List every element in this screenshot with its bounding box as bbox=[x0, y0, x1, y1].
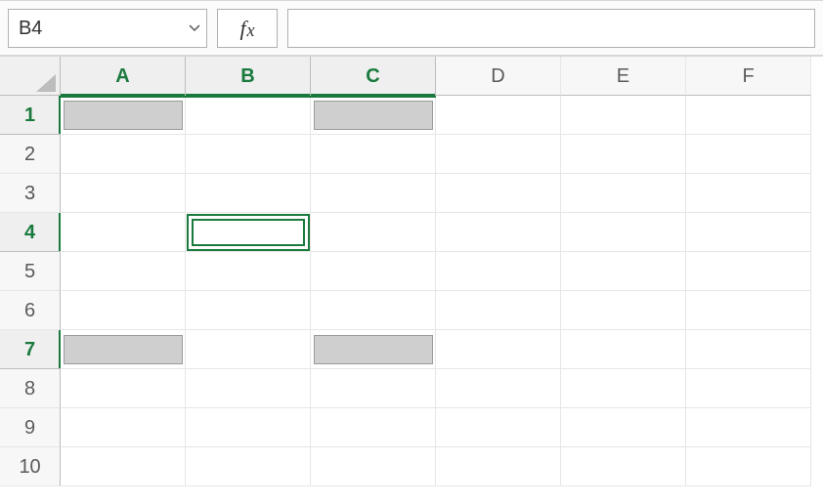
col-header-D[interactable]: D bbox=[436, 57, 561, 96]
spreadsheet-grid: 1 2 3 4 5 6 7 8 9 10 A B C D E F bbox=[0, 57, 823, 504]
cell-F2[interactable] bbox=[686, 135, 811, 174]
name-box[interactable] bbox=[8, 9, 207, 48]
cell-C10[interactable] bbox=[311, 447, 436, 486]
cell-C8[interactable] bbox=[311, 369, 436, 408]
cell-D6[interactable] bbox=[436, 291, 561, 330]
cell-E7[interactable] bbox=[561, 330, 686, 369]
cell-E4[interactable] bbox=[561, 213, 686, 252]
cell-D2[interactable] bbox=[436, 135, 561, 174]
cell-E6[interactable] bbox=[561, 291, 686, 330]
row-header-3[interactable]: 3 bbox=[0, 174, 61, 213]
col-header-B[interactable]: B bbox=[186, 57, 311, 96]
cell-F3[interactable] bbox=[686, 174, 811, 213]
row-header-7[interactable]: 7 bbox=[0, 330, 61, 369]
cell-E10[interactable] bbox=[561, 447, 686, 486]
cell-A7[interactable] bbox=[61, 330, 186, 369]
row-label: 3 bbox=[24, 182, 35, 204]
col-label: F bbox=[742, 64, 754, 87]
cell-F7[interactable] bbox=[686, 330, 811, 369]
row-label: 1 bbox=[24, 104, 35, 126]
cell-E3[interactable] bbox=[561, 174, 686, 213]
cell-C6[interactable] bbox=[311, 291, 436, 330]
cell-C2[interactable] bbox=[311, 135, 436, 174]
cell-C1[interactable] bbox=[311, 96, 436, 135]
cell-B6[interactable] bbox=[186, 291, 311, 330]
cell-B1[interactable] bbox=[186, 96, 311, 135]
col-header-E[interactable]: E bbox=[561, 57, 686, 96]
cell-A5[interactable] bbox=[61, 252, 186, 291]
fx-label-f: f bbox=[239, 16, 245, 41]
cell-D10[interactable] bbox=[436, 447, 561, 486]
cell-B7[interactable] bbox=[186, 330, 311, 369]
cell-B9[interactable] bbox=[186, 408, 311, 447]
cell-D4[interactable] bbox=[436, 213, 561, 252]
cell-E8[interactable] bbox=[561, 369, 686, 408]
cell-D3[interactable] bbox=[436, 174, 561, 213]
cell-C4[interactable] bbox=[311, 213, 436, 252]
cells-region bbox=[61, 96, 811, 486]
cell-F8[interactable] bbox=[686, 369, 811, 408]
cell-A4[interactable] bbox=[61, 213, 186, 252]
cell-A8[interactable] bbox=[61, 369, 186, 408]
cell-E9[interactable] bbox=[561, 408, 686, 447]
cell-E5[interactable] bbox=[561, 252, 686, 291]
cell-F9[interactable] bbox=[686, 408, 811, 447]
row-header-4[interactable]: 4 bbox=[0, 213, 61, 252]
cell-A10[interactable] bbox=[61, 447, 186, 486]
cell-B3[interactable] bbox=[186, 174, 311, 213]
row-label: 10 bbox=[19, 455, 40, 478]
cell-F4[interactable] bbox=[686, 213, 811, 252]
row-label: 9 bbox=[24, 416, 35, 439]
fx-button[interactable]: fx bbox=[217, 9, 278, 48]
cell-D9[interactable] bbox=[436, 408, 561, 447]
cell-E1[interactable] bbox=[561, 96, 686, 135]
row-label: 7 bbox=[24, 338, 35, 360]
cell-A9[interactable] bbox=[61, 408, 186, 447]
row-header-2[interactable]: 2 bbox=[0, 135, 61, 174]
row-label: 6 bbox=[24, 299, 35, 321]
cell-B4[interactable] bbox=[186, 213, 311, 252]
cell-E2[interactable] bbox=[561, 135, 686, 174]
col-label: A bbox=[115, 64, 129, 87]
row-header-10[interactable]: 10 bbox=[0, 447, 61, 486]
select-all-corner[interactable] bbox=[0, 57, 61, 96]
row-header-8[interactable]: 8 bbox=[0, 369, 61, 408]
cell-B5[interactable] bbox=[186, 252, 311, 291]
column-header-row: A B C D E F bbox=[61, 57, 811, 96]
cell-C3[interactable] bbox=[311, 174, 436, 213]
formula-bar-input[interactable] bbox=[287, 9, 815, 48]
cell-F10[interactable] bbox=[686, 447, 811, 486]
cell-C5[interactable] bbox=[311, 252, 436, 291]
cell-F1[interactable] bbox=[686, 96, 811, 135]
cell-C7[interactable] bbox=[311, 330, 436, 369]
row-header-6[interactable]: 6 bbox=[0, 291, 61, 330]
cell-F5[interactable] bbox=[686, 252, 811, 291]
row-header-1[interactable]: 1 bbox=[0, 96, 61, 135]
formula-toolbar: fx bbox=[0, 0, 823, 57]
col-header-C[interactable]: C bbox=[311, 57, 436, 96]
cell-A2[interactable] bbox=[61, 135, 186, 174]
cell-D5[interactable] bbox=[436, 252, 561, 291]
cell-F6[interactable] bbox=[686, 291, 811, 330]
row-header-5[interactable]: 5 bbox=[0, 252, 61, 291]
col-label: D bbox=[491, 64, 504, 87]
col-header-F[interactable]: F bbox=[686, 57, 811, 96]
cell-C9[interactable] bbox=[311, 408, 436, 447]
cell-B8[interactable] bbox=[186, 369, 311, 408]
cell-A6[interactable] bbox=[61, 291, 186, 330]
name-box-input[interactable] bbox=[9, 10, 206, 47]
row-label: 4 bbox=[24, 221, 35, 243]
cell-A3[interactable] bbox=[61, 174, 186, 213]
cell-D7[interactable] bbox=[436, 330, 561, 369]
cell-B10[interactable] bbox=[186, 447, 311, 486]
cell-B2[interactable] bbox=[186, 135, 311, 174]
cell-A1[interactable] bbox=[61, 96, 186, 135]
col-label: B bbox=[240, 64, 254, 87]
row-label: 8 bbox=[24, 377, 35, 399]
cell-D8[interactable] bbox=[436, 369, 561, 408]
fx-label-x: x bbox=[247, 21, 255, 41]
cell-D1[interactable] bbox=[436, 96, 561, 135]
col-label: C bbox=[366, 64, 379, 87]
col-header-A[interactable]: A bbox=[61, 57, 186, 96]
row-header-9[interactable]: 9 bbox=[0, 408, 61, 447]
